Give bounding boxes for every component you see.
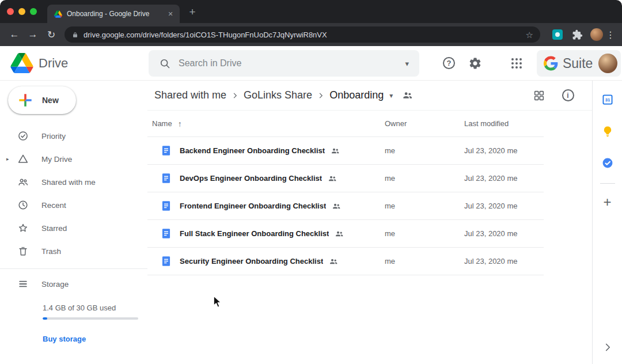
sidebar-item-label: Trash — [41, 247, 61, 256]
browser-menu-icon[interactable]: ⋮ — [605, 29, 616, 40]
url-text[interactable]: drive.google.com/drive/folders/1oiCO1S-T… — [84, 31, 521, 39]
new-tab-button[interactable]: + — [185, 5, 199, 19]
file-row[interactable]: DevOps Engineer Onboarding Checklist me … — [147, 165, 544, 192]
file-name[interactable]: Full Stack Engineer Onboarding Checklist — [180, 229, 329, 238]
chevron-right-icon — [230, 90, 240, 101]
reload-button[interactable]: ↻ — [43, 26, 60, 43]
settings-button[interactable] — [468, 56, 482, 70]
tasks-icon — [601, 157, 614, 169]
info-button[interactable]: i — [561, 89, 575, 103]
search-input[interactable] — [179, 58, 397, 69]
window-close-button[interactable] — [7, 8, 14, 15]
sort-ascending-icon[interactable]: ↑ — [178, 119, 182, 128]
file-name[interactable]: DevOps Engineer Onboarding Checklist — [180, 174, 322, 183]
collapse-panel-chevron-icon[interactable] — [601, 341, 614, 354]
file-list: Backend Engineer Onboarding Checklist me… — [147, 137, 592, 275]
grid-view-button[interactable] — [532, 89, 546, 103]
shared-people-icon — [335, 229, 344, 238]
back-button[interactable]: ← — [6, 26, 23, 43]
column-header-owner[interactable]: Owner — [385, 119, 464, 128]
file-type-cell — [152, 145, 180, 157]
folder-dropdown-caret-icon[interactable]: ▾ — [389, 92, 393, 100]
google-apps-button[interactable] — [510, 56, 524, 70]
new-button[interactable]: New — [8, 86, 76, 114]
file-last-modified: Jul 23, 2020 me — [464, 146, 544, 155]
file-owner: me — [385, 174, 464, 183]
calendar-button[interactable]: 31 — [601, 93, 614, 106]
expand-chevron-icon[interactable]: ▸ — [6, 156, 9, 162]
my-drive-icon — [17, 153, 29, 165]
help-button[interactable]: ? — [443, 57, 455, 69]
buy-storage-link[interactable]: Buy storage — [0, 335, 147, 343]
browser-profile-button[interactable] — [590, 28, 604, 41]
file-row[interactable]: Backend Engineer Onboarding Checklist me… — [147, 137, 544, 165]
window-zoom-button[interactable] — [30, 8, 37, 15]
breadcrumb-golinks-share[interactable]: GoLinks Share — [244, 89, 312, 101]
shared-people-icon — [332, 202, 341, 211]
sidebar-item-label: Recent — [41, 201, 66, 210]
file-name[interactable]: Security Engineer Onboarding Checklist — [180, 257, 323, 266]
forward-button[interactable]: → — [24, 26, 41, 43]
sidebar-divider — [0, 268, 147, 269]
list-header: Name ↑ Owner Last modified — [147, 111, 544, 137]
search-options-caret-icon[interactable]: ▾ — [405, 59, 409, 68]
folder-shared-icon — [402, 90, 413, 101]
window-minimize-button[interactable] — [18, 8, 25, 15]
keep-lightbulb-icon — [601, 125, 614, 138]
sidebar-item-trash[interactable]: Trash — [0, 240, 147, 263]
sidebar-item-my-drive[interactable]: ▸ My Drive — [0, 147, 147, 170]
file-last-modified: Jul 23, 2020 me — [464, 202, 544, 210]
file-row[interactable]: Full Stack Engineer Onboarding Checklist… — [147, 220, 544, 248]
shared-with-me-icon — [17, 176, 29, 188]
file-name-cell: Security Engineer Onboarding Checklist — [180, 257, 385, 266]
file-last-modified: Jul 23, 2020 me — [464, 174, 544, 183]
sidebar-item-priority[interactable]: Priority — [0, 124, 147, 147]
file-row[interactable]: Frontend Engineer Onboarding Checklist m… — [147, 192, 544, 220]
column-header-name[interactable]: Name ↑ — [152, 119, 385, 128]
browser-tab[interactable]: Onboarding - Google Drive ✕ — [47, 5, 180, 23]
extensions-menu-button[interactable] — [570, 28, 584, 41]
search-bar[interactable]: ▾ — [149, 50, 419, 77]
bookmark-star-icon[interactable]: ☆ — [526, 31, 533, 39]
search-icon[interactable] — [159, 58, 170, 69]
new-button-label: New — [42, 96, 59, 105]
side-panel-rail: 31 + — [592, 81, 622, 364]
sidebar-item-storage[interactable]: Storage — [0, 272, 147, 295]
file-name-cell: Frontend Engineer Onboarding Checklist — [180, 202, 385, 211]
sidebar-item-starred[interactable]: Starred — [0, 217, 147, 240]
breadcrumb-shared-with-me[interactable]: Shared with me — [154, 89, 226, 101]
google-docs-icon — [160, 172, 172, 184]
address-bar[interactable]: drive.google.com/drive/folders/1oiCO1S-T… — [65, 26, 540, 43]
file-row[interactable]: Security Engineer Onboarding Checklist m… — [147, 248, 544, 275]
file-owner: me — [385, 229, 464, 238]
keep-button[interactable] — [601, 125, 614, 138]
account-avatar[interactable] — [598, 54, 617, 73]
gear-icon — [468, 56, 482, 70]
tasks-button[interactable] — [601, 157, 614, 169]
sidebar-item-label: Priority — [41, 132, 66, 141]
file-name[interactable]: Backend Engineer Onboarding Checklist — [180, 146, 325, 155]
sidebar-item-label: My Drive — [41, 155, 72, 164]
sidebar-item-shared-with-me[interactable]: Shared with me — [0, 170, 147, 194]
extension-button[interactable] — [551, 28, 564, 41]
recent-clock-icon — [17, 199, 29, 211]
column-header-last-modified[interactable]: Last modified — [464, 119, 544, 128]
file-name-cell: Backend Engineer Onboarding Checklist — [180, 146, 385, 156]
shared-people-icon — [331, 146, 340, 156]
storage-progress-fill — [43, 317, 47, 320]
breadcrumb-current-folder[interactable]: Onboarding — [329, 89, 384, 101]
window-controls — [7, 8, 37, 15]
drive-logo[interactable]: Drive — [10, 53, 68, 73]
apps-grid-icon — [510, 56, 524, 70]
file-owner: me — [385, 146, 464, 155]
sidebar: New Priority ▸ My Drive — [0, 81, 147, 364]
file-type-cell — [152, 227, 180, 240]
file-name[interactable]: Frontend Engineer Onboarding Checklist — [180, 202, 326, 210]
sidebar-nav: Priority ▸ My Drive Shared with me — [0, 124, 147, 263]
get-add-ons-button[interactable]: + — [603, 195, 611, 209]
file-type-cell — [152, 172, 180, 184]
tab-close-icon[interactable]: ✕ — [166, 9, 175, 18]
teal-extension-icon — [552, 29, 563, 40]
gsuite-label: Suite — [563, 56, 593, 71]
sidebar-item-recent[interactable]: Recent — [0, 194, 147, 217]
